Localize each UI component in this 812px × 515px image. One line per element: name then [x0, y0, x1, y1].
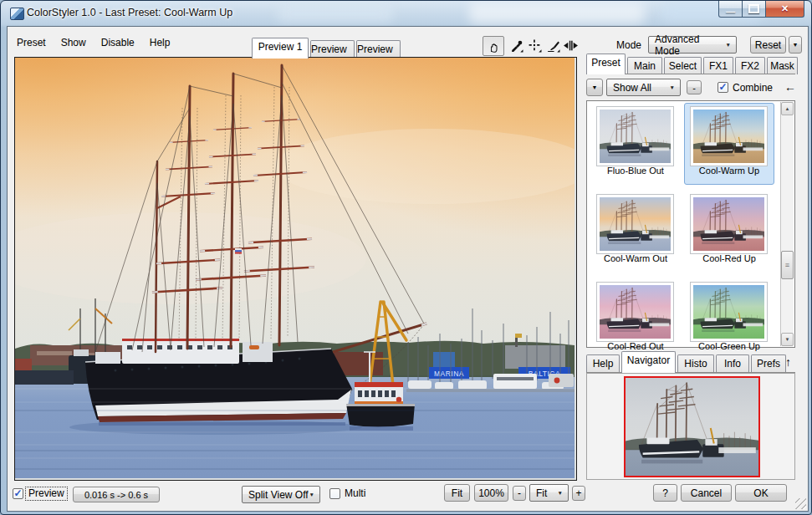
scroll-up-button[interactable]: ▲ — [781, 102, 794, 115]
maximize-button[interactable] — [743, 1, 766, 18]
remove-preset-button[interactable]: - — [687, 80, 702, 94]
fit-button[interactable]: Fit — [444, 484, 470, 502]
preview-photo-ship-harbor: MARINA BALTICA — [15, 58, 575, 478]
preset-item-cool-red-out[interactable]: Cool-Red Out — [590, 278, 681, 360]
chevron-down-icon: ▼ — [726, 42, 731, 48]
multi-checkbox[interactable] — [329, 488, 340, 499]
tab-preset[interactable]: Preset — [586, 54, 626, 74]
preset-filter-value: Show All — [613, 82, 651, 94]
crosshair-tool-button[interactable] — [527, 38, 542, 53]
tab-label: Main — [634, 60, 656, 72]
render-time-value: 0.016 s -> 0.6 s — [84, 490, 148, 500]
preset-label: Cool-Warm Up — [685, 166, 774, 176]
app-icon[interactable] — [10, 8, 24, 20]
scroll-down-button[interactable]: ▼ — [781, 333, 794, 346]
preset-item-cool-green-up[interactable]: Cool-Green Up — [684, 278, 774, 360]
chevron-down-icon: ▼ — [309, 492, 314, 497]
split-view-select[interactable]: Split View Off ▼ — [242, 486, 320, 503]
zoom-select[interactable]: Fit ▼ — [529, 484, 569, 502]
tab-preview-1[interactable]: Preview 1 — [252, 38, 309, 59]
zoom-select-value: Fit — [536, 487, 547, 499]
collapse-up-button[interactable]: ↑ — [785, 356, 791, 368]
chevron-down-icon: ▼ — [670, 84, 675, 90]
render-time-button[interactable]: 0.016 s -> 0.6 s — [73, 487, 160, 502]
preset-filter-select[interactable]: Show All ▼ — [606, 79, 681, 96]
tab-mask[interactable]: Mask — [767, 57, 798, 74]
menu-help[interactable]: Help — [150, 37, 171, 48]
preset-label: Fluo-Blue Out — [591, 166, 680, 176]
split-width-tool-button[interactable] — [562, 38, 580, 53]
scroll-down-icon: ▼ — [785, 337, 790, 342]
mode-value: Advanced Mode — [655, 33, 726, 57]
preview-image[interactable]: MARINA BALTICA — [14, 57, 577, 481]
mode-select[interactable]: Advanced Mode ▼ — [648, 36, 737, 54]
mode-label: Mode — [616, 39, 641, 51]
preview-checkbox[interactable]: ✓ — [13, 488, 23, 499]
cancel-button[interactable]: Cancel — [681, 484, 732, 502]
ok-button[interactable]: OK — [735, 484, 787, 502]
preset-item-fluo-blue-out[interactable]: Fluo-Blue Out — [590, 103, 681, 185]
preset-item-cool-warm-up[interactable]: Cool-Warm Up — [684, 103, 774, 185]
tab-fx2[interactable]: FX2 — [735, 57, 765, 74]
tab-label: Info — [724, 358, 741, 370]
collapse-left-button[interactable]: ← — [784, 81, 796, 93]
preset-label: Cool-Red Up — [685, 253, 774, 263]
zoom-in-button[interactable]: + — [572, 486, 585, 501]
tab-help[interactable]: Help — [586, 354, 620, 373]
minimize-button[interactable]: — — [718, 1, 743, 18]
reset-options-button[interactable]: ▼ — [789, 36, 802, 54]
preset-label: Cool-Red Out — [591, 341, 680, 351]
preset-thumbnail — [596, 282, 674, 342]
preset-item-cool-red-up[interactable]: Cool-Red Up — [684, 191, 774, 273]
tab-fx1[interactable]: FX1 — [703, 57, 733, 74]
help-button[interactable]: ? — [653, 484, 677, 502]
left-arrow-icon: ← — [784, 80, 796, 94]
tab-navigator[interactable]: Navigator — [621, 351, 676, 373]
preview-checkbox-label[interactable]: Preview — [26, 487, 67, 500]
tab-label: FX1 — [709, 60, 728, 72]
eyedropper-icon — [509, 38, 523, 53]
chevron-down-icon: ▼ — [592, 84, 598, 90]
preset-item-cool-warm-out[interactable]: Cool-Warm Out — [590, 191, 681, 273]
tab-main[interactable]: Main — [627, 57, 662, 74]
zoom-100-button[interactable]: 100% — [474, 484, 508, 502]
scrollbar-thumb[interactable]: ≡ — [781, 251, 794, 279]
hand-icon — [487, 39, 501, 54]
split-view-value: Split View Off — [248, 489, 309, 501]
preset-thumbnail — [690, 194, 768, 254]
colorstyler-window: ColorStyler 1.0 - Last Preset: Cool-Warm… — [0, 0, 812, 515]
menu-show[interactable]: Show — [61, 37, 86, 48]
resize-grip[interactable] — [795, 498, 806, 509]
close-button[interactable]: ✕ — [766, 1, 804, 18]
menu-disable[interactable]: Disable — [101, 37, 135, 48]
close-icon: ✕ — [781, 3, 789, 14]
preset-thumbnail — [690, 282, 768, 342]
tab-info[interactable]: Info — [716, 354, 749, 373]
tab-preview-2[interactable]: Preview 2 — [310, 40, 355, 57]
marina-sign-text: MARINA — [434, 370, 464, 378]
zoom-out-button[interactable]: - — [513, 486, 526, 501]
combine-checkbox[interactable]: ✓ — [718, 82, 728, 93]
brush-tool-button[interactable] — [545, 38, 560, 53]
reset-button[interactable]: Reset — [750, 36, 786, 54]
menu-preset[interactable]: Preset — [17, 37, 46, 48]
client-area: Preset Show Disable Help Preview 1 Previ… — [7, 26, 809, 512]
tab-select[interactable]: Select — [664, 57, 702, 74]
title-bar[interactable]: ColorStyler 1.0 - Last Preset: Cool-Warm… — [1, 1, 811, 26]
tab-prefs[interactable]: Prefs — [751, 354, 786, 373]
tab-preview-3[interactable]: Preview 3 — [356, 40, 401, 57]
crosshair-icon — [528, 38, 542, 53]
preset-menu-button[interactable]: ▼ — [586, 79, 603, 96]
question-icon: ? — [662, 487, 668, 499]
navigator-thumbnail[interactable] — [624, 376, 760, 477]
tab-label: Histo — [684, 358, 707, 370]
hand-tool-button[interactable] — [483, 36, 504, 56]
tab-label: Prefs — [757, 358, 780, 370]
minimize-icon: — — [726, 8, 735, 15]
preset-scrollbar[interactable]: ▲ ≡ ▼ — [780, 102, 794, 346]
navigator-photo — [626, 378, 758, 476]
screen: ColorStyler 1.0 - Last Preset: Cool-Warm… — [0, 0, 812, 515]
chevron-down-icon: ▼ — [793, 42, 799, 48]
tab-histo[interactable]: Histo — [677, 354, 714, 373]
eyedropper-tool-button[interactable] — [508, 38, 523, 53]
